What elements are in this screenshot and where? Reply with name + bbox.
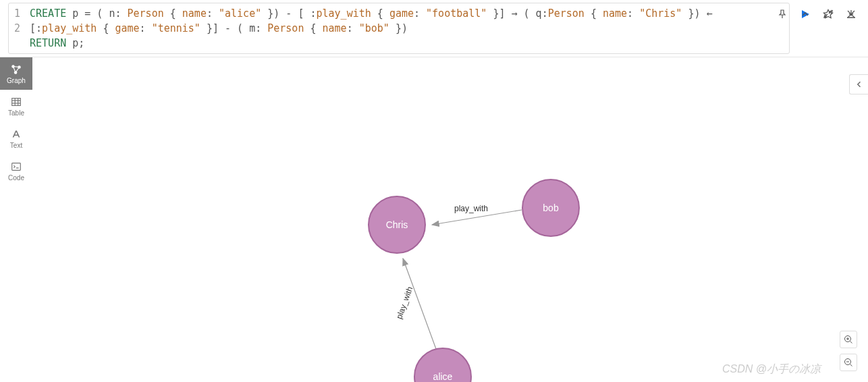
tab-table[interactable]: Table — [0, 90, 32, 122]
node-bob[interactable]: bob — [522, 179, 580, 237]
collapse-icon[interactable] — [798, 7, 813, 22]
code-content[interactable]: CREATE p = ( n: Person { name: "alice" }… — [30, 6, 784, 51]
close-icon[interactable] — [844, 7, 859, 22]
pin-icon[interactable] — [775, 7, 790, 22]
sidebar: GraphTableTextCode — [0, 57, 32, 377]
tab-text[interactable]: Text — [0, 122, 32, 155]
zoom-out-button[interactable] — [840, 354, 857, 371]
svg-text:play_with: play_with — [394, 285, 414, 321]
svg-text:play_with: play_with — [454, 204, 488, 213]
watermark: CSDN @小手の冰凉 — [722, 362, 821, 377]
svg-rect-4 — [12, 163, 21, 170]
line-gutter: 12 — [14, 6, 30, 51]
zoom-in-button[interactable] — [840, 331, 857, 348]
tab-code[interactable]: Code — [0, 155, 32, 187]
node-chris[interactable]: Chris — [368, 196, 426, 254]
sidepanel-toggle[interactable] — [849, 74, 868, 94]
graph-canvas[interactable]: play_withplay_with Chrisbobalice — [32, 57, 868, 377]
expand-icon[interactable] — [821, 7, 836, 22]
svg-rect-3 — [12, 98, 21, 105]
code-editor[interactable]: 12 CREATE p = ( n: Person { name: "alice… — [8, 3, 790, 54]
tab-graph[interactable]: Graph — [0, 57, 32, 90]
